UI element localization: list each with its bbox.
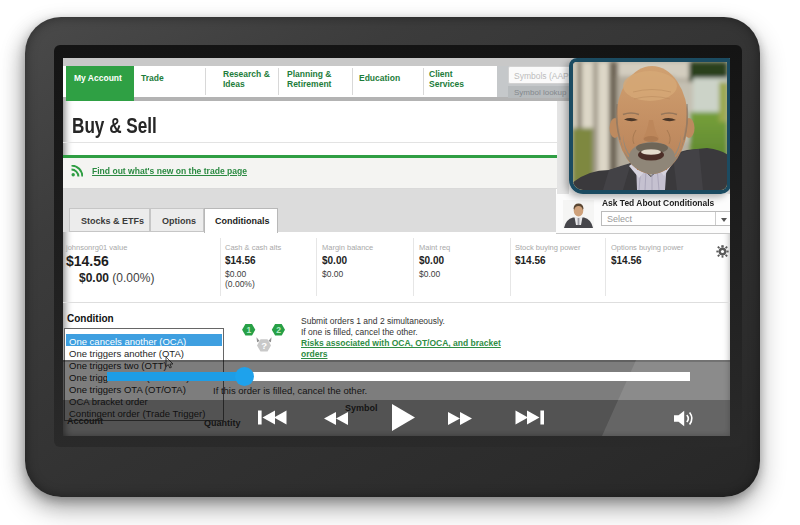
svg-text:2: 2 bbox=[276, 325, 281, 335]
svg-text:?: ? bbox=[261, 340, 267, 351]
svg-text:1: 1 bbox=[247, 325, 252, 335]
